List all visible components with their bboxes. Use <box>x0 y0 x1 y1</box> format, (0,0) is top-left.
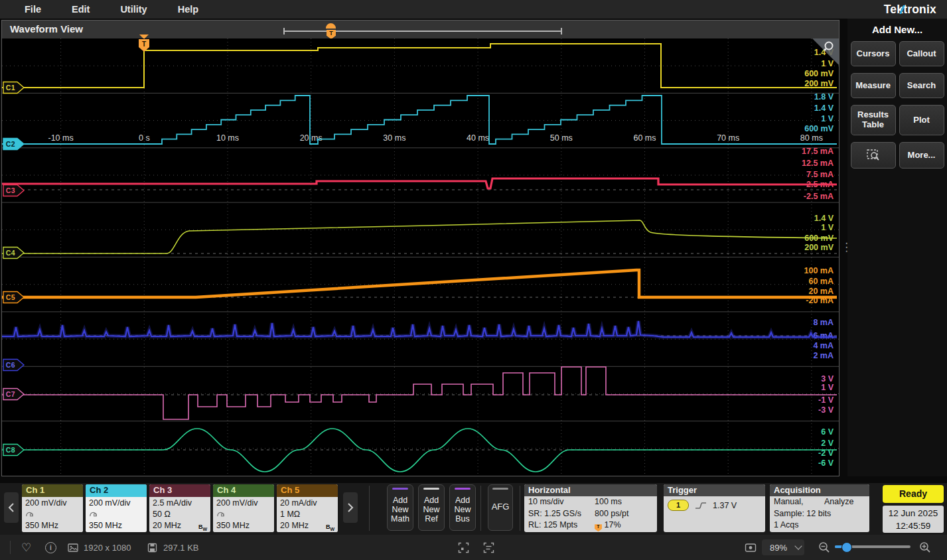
c4-trace <box>2 220 837 253</box>
add-new-math-button[interactable]: AddNewMath <box>387 484 413 531</box>
menu-help[interactable]: Help <box>163 4 214 15</box>
info-icon: i <box>45 542 56 553</box>
svg-text:C6: C6 <box>6 361 15 369</box>
zoom-slider[interactable] <box>835 545 911 548</box>
svg-text:C1: C1 <box>6 84 15 92</box>
channel-badge-ch4[interactable]: Ch 4200 mV/div350 MHz <box>213 484 274 532</box>
c2-trace <box>2 96 837 144</box>
menu-edit[interactable]: Edit <box>56 4 105 15</box>
time-text: 12:45:59 <box>883 520 944 532</box>
channel-tag-c8[interactable]: C8 <box>3 445 24 456</box>
trigger-position-bar-icon[interactable]: T <box>327 30 336 39</box>
crop-button[interactable] <box>458 535 469 560</box>
channel-badge-title: Ch 5 <box>277 484 338 497</box>
channel-probe <box>216 509 271 520</box>
acquisition-panel-title: Acquisition <box>770 484 869 496</box>
afg-stripe <box>492 488 508 490</box>
add-new-ref-button[interactable]: AddNewRef <box>418 484 445 531</box>
add-new-plot-button[interactable]: Plot <box>899 105 944 135</box>
add-new-bus-button[interactable]: AddNewBus <box>449 484 476 531</box>
separator <box>480 486 481 531</box>
trigger-panel[interactable]: Trigger 1 1.37 V <box>664 484 765 532</box>
channel-tag-c1[interactable]: C1 <box>3 82 24 94</box>
svg-text:C2: C2 <box>6 140 15 148</box>
channel-badge-ch1[interactable]: Ch 1200 mV/div350 MHz <box>22 484 83 532</box>
app-window: FileEditUtilityHelp Tektronix Waveform V… <box>0 0 947 560</box>
channel-scale: 200 mV/div <box>25 498 80 509</box>
scroll-right-button[interactable] <box>343 492 358 523</box>
chevron-down-icon <box>794 542 802 549</box>
channel-termination: 50 Ω <box>153 509 207 520</box>
channel-tag-c3[interactable]: C3 <box>3 185 24 196</box>
acquisition-panel[interactable]: Acquisition Manual, Analyze Sample: 12 b… <box>770 484 869 532</box>
horizontal-position: T 17% <box>595 520 653 531</box>
channel-tag-c2[interactable]: C2 <box>3 139 24 150</box>
channel-tag-c4[interactable]: C4 <box>3 247 24 259</box>
trigger-level: 1.37 V <box>713 501 737 510</box>
c8-trace <box>2 429 837 472</box>
svg-text:T: T <box>142 40 146 48</box>
save-icon <box>147 535 157 560</box>
horizontal-position-percent: 17% <box>604 520 620 529</box>
add-new-measure-button[interactable]: Measure <box>851 73 896 98</box>
fit-to-window-button[interactable] <box>745 535 757 560</box>
svg-text:C4: C4 <box>6 249 15 257</box>
tektronix-logo: Tektronix <box>884 3 936 17</box>
waveform-grid[interactable]: 1.4 V1 V600 mV200 mV1.8 V1.4 V1 V600 mV1… <box>2 38 839 476</box>
channel-bandwidth: 350 MHz <box>216 520 271 531</box>
channel-tag-c6[interactable]: C6 <box>3 360 24 371</box>
scroll-left-button[interactable] <box>4 492 19 523</box>
add-new-results-table-button[interactable]: Results Table <box>851 105 896 135</box>
text-scan-icon <box>483 542 494 553</box>
c7-trace <box>2 367 837 419</box>
horizontal-window: 100 ms <box>595 496 653 508</box>
channel-tag-c5[interactable]: C5 <box>3 292 24 303</box>
resolution-text: 1920 x 1080 <box>84 535 131 560</box>
menu-bar: FileEditUtilityHelp Tektronix <box>0 0 947 19</box>
channel-probe <box>25 509 80 520</box>
waveform-view-title: Waveform View <box>10 23 83 35</box>
menu-utility[interactable]: Utility <box>105 4 162 15</box>
horizontal-panel[interactable]: Horizontal 10 ms/div 100 ms SR: 1.25 GS/… <box>524 484 657 532</box>
menu-file[interactable]: File <box>9 4 56 15</box>
favorite-button[interactable]: ♡ <box>21 535 31 560</box>
zoom-area-button[interactable] <box>851 142 896 169</box>
image-icon <box>68 535 78 560</box>
c5-trace <box>2 270 837 297</box>
zoom-percent-dropdown[interactable]: 89% <box>762 539 804 555</box>
menu-bar-items: FileEditUtilityHelp <box>0 4 214 15</box>
afg-button[interactable]: AFG <box>488 484 513 531</box>
zoom-in-icon <box>919 541 931 553</box>
info-button[interactable]: i <box>45 535 56 560</box>
heart-icon: ♡ <box>21 541 31 555</box>
bandwidth-limit-icon: BW <box>198 524 207 531</box>
separator <box>369 486 370 531</box>
zoom-in-button[interactable] <box>919 535 931 560</box>
probe-icon <box>216 510 225 517</box>
channel-tag-c7[interactable]: C7 <box>3 389 24 400</box>
channel-badge-ch5[interactable]: Ch 520 mA/div1 MΩ20 MHzBW <box>277 484 338 532</box>
c1-trace <box>2 44 837 88</box>
channel-scale: 200 mV/div <box>216 498 271 509</box>
add-new-buttons: CursorsCalloutMeasureSearchResults Table… <box>847 41 947 135</box>
channel-bandwidth: 350 MHz <box>25 520 80 531</box>
channel-badge-title: Ch 4 <box>213 484 274 497</box>
more-button[interactable]: More... <box>899 142 944 169</box>
channel-badges: Ch 1200 mV/div350 MHzCh 2200 mV/div350 M… <box>22 484 338 532</box>
text-scan-button[interactable] <box>483 535 494 560</box>
channel-badge-ch3[interactable]: Ch 32.5 mA/div50 Ω20 MHzBW <box>149 484 210 532</box>
add-new-cursors-button[interactable]: Cursors <box>851 41 896 66</box>
svg-text:C7: C7 <box>6 390 15 398</box>
channel-badge-ch2[interactable]: Ch 2200 mV/div350 MHz <box>86 484 147 532</box>
zoom-area-icon <box>865 148 881 163</box>
horizontal-position-bar[interactable] <box>283 31 562 32</box>
zoom-slider-handle[interactable] <box>841 542 852 553</box>
zoom-out-button[interactable] <box>818 535 830 560</box>
add-new-search-button[interactable]: Search <box>899 73 944 98</box>
c3-trace <box>2 178 837 188</box>
horizontal-position-marker[interactable] <box>326 23 336 29</box>
control-bar: Ch 1200 mV/div350 MHzCh 2200 mV/div350 M… <box>0 483 947 535</box>
add-new-callout-button[interactable]: Callout <box>899 41 944 66</box>
ready-status-button[interactable]: Ready <box>883 485 944 503</box>
separator <box>520 486 520 531</box>
